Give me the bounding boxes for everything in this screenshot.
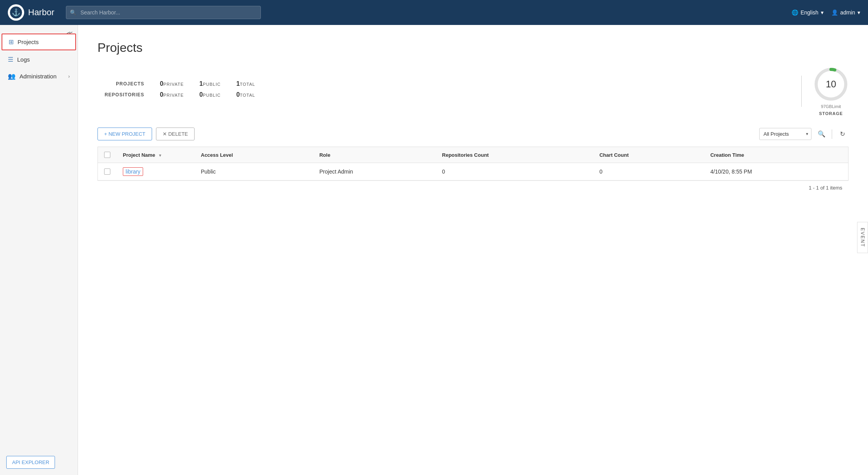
row-repos-cell: 0 [436,163,593,181]
refresh-button[interactable]: ↻ [836,128,849,140]
svg-text:⚓: ⚓ [12,8,21,17]
row-role-cell: Project Admin [313,163,436,181]
storage-number: 10 [826,79,836,90]
repos-public-value: 0PUBLIC [199,91,221,98]
table-footer: 1 - 1 of 1 items [97,181,849,195]
col-header-role: Role [313,147,436,163]
storage-limit-text: 97GBLimit [821,104,841,109]
projects-stats-row: PROJECTS 0PRIVATE 1PUBLIC 1TOTAL [97,80,790,87]
main-content: Projects PROJECTS 0PRIVATE 1PUBLIC 1TOTA… [78,25,868,475]
toolbar-right: All Projects Private Projects Public Pro… [759,128,849,140]
app-layout: ≪ ⊞ Projects ☰ Logs 👥 Administration › A… [0,25,868,475]
administration-chevron-icon: › [68,74,70,79]
projects-private-value: 0PRIVATE [160,80,184,87]
repos-stats-row: REPOSITORIES 0PRIVATE 0PUBLIC 0TOTAL [97,91,790,98]
language-label: English [801,9,818,16]
sidebar-item-administration[interactable]: 👥 Administration › [0,68,78,85]
sidebar-item-projects[interactable]: ⊞ Projects [2,34,76,50]
stats-area: PROJECTS 0PRIVATE 1PUBLIC 1TOTAL REPOSIT… [97,67,849,116]
search-button[interactable]: 🔍 [815,128,828,140]
stats-divider [801,76,802,107]
sidebar-bottom: API EXPLORER [0,450,78,475]
select-all-checkbox[interactable] [104,152,110,158]
row-created-cell: 4/10/20, 8:55 PM [704,163,849,181]
api-explorer-button[interactable]: API EXPLORER [6,456,55,469]
sidebar: ≪ ⊞ Projects ☰ Logs 👥 Administration › A… [0,25,78,475]
row-checkbox[interactable] [104,168,110,175]
administration-icon: 👥 [8,73,16,80]
repositories-stats-label: REPOSITORIES [97,92,144,97]
repos-private-value: 0PRIVATE [160,91,184,98]
row-access-cell: Public [195,163,313,181]
row-charts-cell: 0 [593,163,704,181]
project-link[interactable]: library [123,167,143,176]
storage-circle: 10 [813,67,849,102]
sidebar-item-administration-label: Administration [19,73,57,80]
row-checkbox-cell [98,163,117,181]
globe-icon: 🌐 [792,9,798,16]
page-title: Projects [97,41,849,55]
sidebar-item-logs-label: Logs [17,56,30,63]
row-name-cell: library [117,163,195,181]
brand[interactable]: ⚓ Harbor [8,4,54,21]
new-project-button[interactable]: + NEW PROJECT [97,128,152,140]
user-label: admin [840,9,855,16]
stats-table: PROJECTS 0PRIVATE 1PUBLIC 1TOTAL REPOSIT… [97,80,790,102]
pagination-text: 1 - 1 of 1 items [809,185,842,191]
repos-total-value: 0TOTAL [236,91,255,98]
projects-stats-label: PROJECTS [97,81,144,87]
app-name: Harbor [28,7,54,18]
search-icon: 🔍 [70,9,76,16]
language-selector[interactable]: 🌐 English ▾ [792,9,824,16]
sidebar-nav: ⊞ Projects ☰ Logs 👥 Administration › [0,25,78,450]
search-area: 🔍 [66,6,261,19]
col-header-checkbox [98,147,117,163]
toolbar-divider [832,129,832,139]
projects-public-value: 1PUBLIC [199,80,221,87]
table-body: library Public Project Admin 0 0 4/10/20… [98,163,849,181]
logs-icon: ☰ [8,56,13,63]
lang-chevron-icon: ▾ [821,9,824,16]
sort-icon[interactable]: ▼ [158,153,162,158]
toolbar-left: + NEW PROJECT ✕ DELETE [97,128,195,140]
navbar-right: 🌐 English ▾ 👤 admin ▾ [792,9,860,16]
table-row: library Public Project Admin 0 0 4/10/20… [98,163,849,181]
harbor-logo: ⚓ [8,4,24,21]
col-header-access: Access Level [195,147,313,163]
col-header-charts: Chart Count [593,147,704,163]
col-header-created: Creation Time [704,147,849,163]
filter-wrapper: All Projects Private Projects Public Pro… [759,128,811,140]
projects-total-value: 1TOTAL [236,80,255,87]
table-header: Project Name ▼ Access Level Role Reposit… [98,147,849,163]
navbar: ⚓ Harbor 🔍 🌐 English ▾ 👤 admin ▾ [0,0,868,25]
event-tab[interactable]: EVENT [857,222,868,253]
projects-table: Project Name ▼ Access Level Role Reposit… [97,147,849,181]
search-input[interactable] [66,6,261,19]
storage-area: 10 97GBLimit STORAGE [813,67,849,116]
user-menu[interactable]: 👤 admin ▾ [831,9,860,16]
sidebar-item-logs[interactable]: ☰ Logs [0,51,78,68]
projects-icon: ⊞ [9,38,14,46]
sidebar-item-projects-label: Projects [18,39,39,45]
toolbar: + NEW PROJECT ✕ DELETE All Projects Priv… [97,128,849,140]
storage-label: STORAGE [819,111,843,116]
user-chevron-icon: ▾ [857,9,860,16]
delete-button[interactable]: ✕ DELETE [156,128,195,140]
col-header-repos: Repositories Count [436,147,593,163]
project-filter-select[interactable]: All Projects Private Projects Public Pro… [759,128,811,140]
col-header-name: Project Name ▼ [117,147,195,163]
user-icon: 👤 [831,9,838,16]
